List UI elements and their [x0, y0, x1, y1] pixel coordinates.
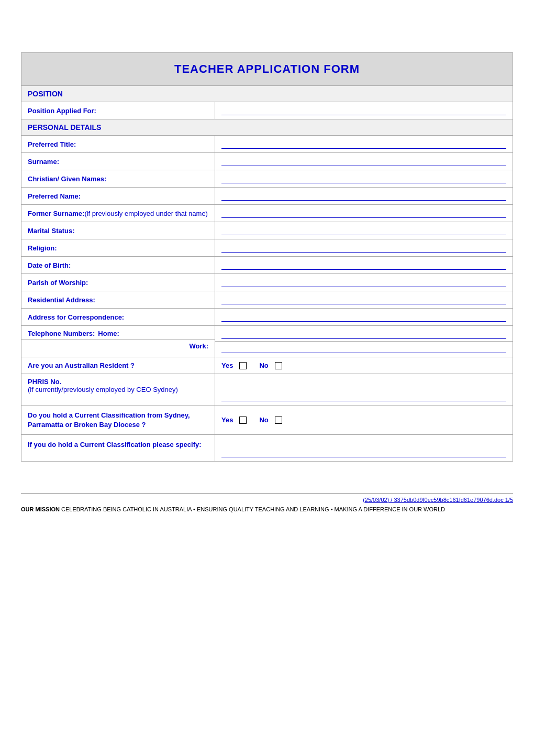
- footer-mission-text: CELEBRATING BEING CATHOLIC IN AUSTRALIA …: [60, 506, 445, 512]
- preferred-title-field[interactable]: [221, 139, 506, 149]
- preferred-title-value[interactable]: [215, 136, 513, 152]
- surname-field[interactable]: [221, 157, 506, 166]
- classification-specify-row: If you do hold a Current Classification …: [21, 435, 513, 461]
- correspondence-address-value[interactable]: [215, 309, 513, 325]
- parish-row: Parish of Worship:: [21, 274, 513, 291]
- classification-question-label: Do you hold a Current Classification fro…: [21, 406, 215, 434]
- footer-mission: OUR MISSION CELEBRATING BEING CATHOLIC I…: [21, 506, 513, 512]
- former-surname-field[interactable]: [221, 209, 506, 218]
- position-applied-label: Position Applied For:: [21, 102, 215, 119]
- surname-row: Surname:: [21, 153, 513, 170]
- position-applied-field[interactable]: [221, 106, 506, 115]
- phris-row: PHRIS No. (if currently/previously emplo…: [21, 374, 513, 406]
- australian-resident-row: Are you an Australian Resident ? Yes No: [21, 357, 513, 374]
- surname-label: Surname:: [21, 153, 215, 170]
- marital-status-label: Marital Status:: [21, 222, 215, 239]
- correspondence-address-label: Address for Correspondence:: [21, 309, 215, 325]
- correspondence-address-field[interactable]: [221, 312, 506, 322]
- religion-value[interactable]: [215, 239, 513, 256]
- preferred-name-label: Preferred Name:: [21, 188, 215, 204]
- residential-address-row: Residential Address:: [21, 291, 513, 309]
- marital-status-row: Marital Status:: [21, 222, 513, 239]
- marital-status-value[interactable]: [215, 222, 513, 239]
- phris-label-main: PHRIS No.: [28, 378, 208, 386]
- position-applied-row: Position Applied For:: [21, 102, 513, 119]
- telephone-work-field[interactable]: [221, 344, 506, 353]
- phris-field[interactable]: [221, 392, 506, 401]
- christian-names-value[interactable]: [215, 170, 513, 187]
- religion-label: Religion:: [21, 239, 215, 256]
- telephone-value-cell: [215, 326, 513, 357]
- australian-resident-no-checkbox[interactable]: [275, 362, 282, 369]
- classification-yes-no: Yes No: [215, 406, 513, 434]
- residential-address-value[interactable]: [215, 291, 513, 308]
- classification-no-checkbox[interactable]: [275, 417, 282, 424]
- telephone-label-cell: Telephone Numbers: Home: Work:: [21, 326, 215, 357]
- phris-value[interactable]: [215, 374, 513, 405]
- christian-names-field[interactable]: [221, 174, 506, 183]
- classification-specify-label: If you do hold a Current Classification …: [21, 435, 215, 461]
- australian-resident-yes-label: Yes: [221, 361, 233, 369]
- australian-resident-no-label: No: [259, 361, 268, 369]
- preferred-name-field[interactable]: [221, 191, 506, 201]
- marital-status-field[interactable]: [221, 226, 506, 235]
- position-applied-value[interactable]: [215, 102, 513, 119]
- classification-yes-label: Yes: [221, 416, 233, 424]
- preferred-name-row: Preferred Name:: [21, 188, 513, 205]
- position-section-label: POSITION: [28, 90, 63, 98]
- christian-names-label: Christian/ Given Names:: [21, 170, 215, 187]
- australian-resident-yes-checkbox[interactable]: [239, 362, 247, 369]
- residential-address-label: Residential Address:: [21, 291, 215, 308]
- footer-line: (25/03/02) / 3375db0d9f0ec59b8c161fd61e7…: [21, 493, 513, 503]
- former-surname-row: Former Surname: (if previously employed …: [21, 205, 513, 222]
- preferred-name-value[interactable]: [215, 188, 513, 204]
- correspondence-address-row: Address for Correspondence:: [21, 309, 513, 326]
- religion-row: Religion:: [21, 239, 513, 257]
- preferred-title-row: Preferred Title:: [21, 136, 513, 153]
- phris-label-cell: PHRIS No. (if currently/previously emplo…: [21, 374, 215, 405]
- footer-mission-bold: OUR MISSION: [21, 506, 60, 512]
- former-surname-value[interactable]: [215, 205, 513, 222]
- telephone-home-field[interactable]: [221, 330, 506, 339]
- telephone-row: Telephone Numbers: Home: Work:: [21, 326, 513, 357]
- parish-label: Parish of Worship:: [21, 274, 215, 291]
- telephone-work-value[interactable]: [215, 342, 513, 357]
- classification-specify-field[interactable]: [221, 448, 506, 457]
- classification-yes-checkbox[interactable]: [239, 417, 247, 424]
- dob-row: Date of Birth:: [21, 257, 513, 274]
- australian-resident-yes-no: Yes No: [215, 357, 513, 374]
- residential-address-field[interactable]: [221, 295, 506, 304]
- classification-no-label: No: [259, 416, 268, 424]
- telephone-work-label: Work:: [21, 340, 215, 354]
- australian-resident-label: Are you an Australian Resident ?: [21, 357, 215, 374]
- section-header-personal: PERSONAL DETAILS: [21, 119, 513, 136]
- telephone-home-value[interactable]: [215, 326, 513, 342]
- classification-question-row: Do you hold a Current Classification fro…: [21, 406, 513, 435]
- dob-value[interactable]: [215, 257, 513, 273]
- parish-value[interactable]: [215, 274, 513, 291]
- dob-label: Date of Birth:: [21, 257, 215, 273]
- form-title-row: TEACHER APPLICATION FORM: [21, 53, 513, 86]
- preferred-title-label: Preferred Title:: [21, 136, 215, 152]
- footer-doc-ref: (25/03/02) / 3375db0d9f0ec59b8c161fd61e7…: [363, 497, 513, 503]
- surname-value[interactable]: [215, 153, 513, 170]
- religion-field[interactable]: [221, 243, 506, 253]
- parish-field[interactable]: [221, 278, 506, 287]
- christian-names-row: Christian/ Given Names:: [21, 170, 513, 188]
- classification-specify-value[interactable]: [215, 435, 513, 461]
- section-header-position: POSITION: [21, 86, 513, 102]
- form-title: TEACHER APPLICATION FORM: [174, 62, 360, 75]
- personal-section-label: PERSONAL DETAILS: [28, 123, 101, 132]
- dob-field[interactable]: [221, 260, 506, 270]
- former-surname-label: Former Surname: (if previously employed …: [21, 205, 215, 222]
- phris-label-sub: (if currently/previously employed by CEO…: [28, 386, 208, 393]
- telephone-home-label: Telephone Numbers: Home:: [21, 326, 215, 340]
